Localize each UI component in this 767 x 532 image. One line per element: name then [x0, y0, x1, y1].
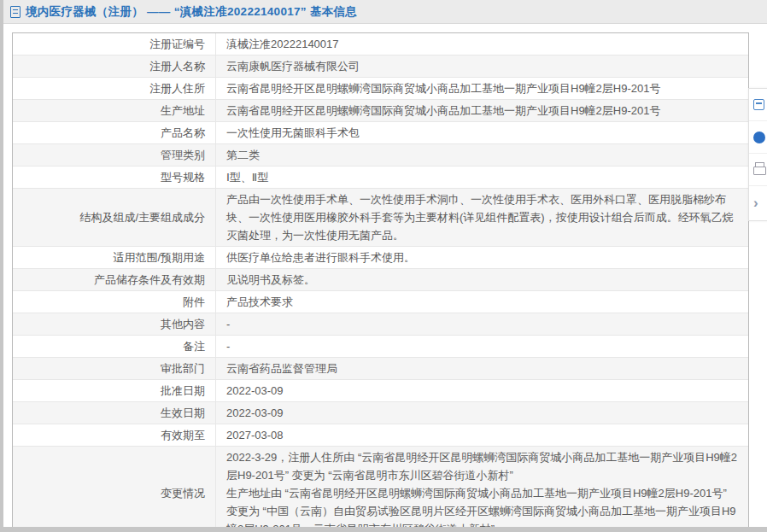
- row-label-text: 生产地址: [161, 102, 205, 120]
- row-value-text: 滇械注准20222140017: [226, 35, 738, 53]
- row-label-text: 批准日期: [161, 382, 205, 400]
- row-label: 附件: [13, 291, 216, 313]
- toolbar-slot-expand[interactable]: ›: [749, 186, 767, 220]
- row-value-text: 云南省昆明经开区昆明螺蛳湾国际商贸城小商品加工基地一期产业项目H9幢2层H9-2…: [226, 79, 738, 97]
- row-label-text: 生效日期: [161, 404, 205, 422]
- row-label: 产品储存条件及有效期: [13, 269, 216, 290]
- table-row: 其他内容-: [13, 313, 748, 336]
- table-row: 适用范围/预期用途供医疗单位给患者进行眼科手术使用。: [13, 247, 748, 269]
- table-row: 审批部门云南省药品监督管理局: [13, 358, 748, 380]
- row-value: -: [216, 313, 748, 335]
- row-label-text: 备注: [183, 337, 205, 355]
- row-value-text: -: [226, 315, 738, 333]
- row-label: 管理类别: [13, 144, 216, 166]
- table-row: 备注-: [13, 336, 748, 358]
- row-label-text: 注册证编号: [149, 35, 205, 53]
- table-row: 附件产品技术要求: [13, 291, 748, 313]
- row-value: 2022-03-09: [216, 380, 748, 401]
- row-value: 云南省昆明经开区昆明螺蛳湾国际商贸城小商品加工基地一期产业项目H9幢2层H9-2…: [216, 100, 748, 121]
- row-label: 注册证编号: [13, 33, 216, 55]
- change-record-paragraph: 2022-3-29，注册人住所由 “云南省昆明经开区昆明螺蛳湾国际商贸城小商品加…: [226, 448, 738, 484]
- row-label-text: 附件: [183, 293, 205, 311]
- page-content: 境内医疗器械（注册） —— “滇械注准20222140017” 基本信息 注册证…: [3, 0, 767, 527]
- row-value-text: -: [226, 337, 738, 355]
- row-value: 产品技术要求: [216, 291, 748, 313]
- row-value: 云南省药品监督管理局: [216, 358, 748, 379]
- row-label-text: 注册人名称: [149, 57, 205, 75]
- row-value-text: 一次性使用无菌眼科手术包: [226, 124, 738, 142]
- row-value: 供医疗单位给患者进行眼科手术使用。: [216, 247, 748, 268]
- row-value: 云南康帆医疗器械有限公司: [216, 56, 748, 77]
- row-value: 见说明书及标签。: [216, 269, 748, 290]
- toolbar-slot-print[interactable]: [749, 154, 767, 186]
- row-value: Ⅰ型、Ⅱ型: [216, 167, 748, 188]
- row-label: 适用范围/预期用途: [13, 247, 216, 268]
- row-label-text: 有效期至: [161, 426, 205, 444]
- toolbar-slot-info[interactable]: [749, 121, 767, 154]
- row-label-text: 管理类别: [161, 146, 205, 164]
- row-label-text: 变更情况: [161, 484, 205, 502]
- row-label: 变更情况: [13, 447, 216, 527]
- row-value-text: 云南康帆医疗器械有限公司: [226, 57, 738, 75]
- row-label: 注册人名称: [13, 56, 216, 77]
- table-row: 生产地址云南省昆明经开区昆明螺蛳湾国际商贸城小商品加工基地一期产业项目H9幢2层…: [13, 100, 748, 122]
- row-value-text: 产品技术要求: [226, 293, 738, 311]
- row-label-text: 产品名称: [161, 124, 205, 142]
- row-label-text: 型号规格: [161, 168, 205, 186]
- registration-info-table: 注册证编号滇械注准20222140017注册人名称云南康帆医疗器械有限公司注册人…: [12, 32, 749, 527]
- row-label: 结构及组成/主要组成成分: [13, 189, 216, 246]
- row-label-text: 其他内容: [161, 315, 205, 333]
- table-row: 型号规格Ⅰ型、Ⅱ型: [13, 167, 748, 189]
- row-label: 审批部门: [13, 358, 216, 379]
- table-row: 结构及组成/主要组成成分产品由一次性使用手术单、一次性使用手术洞巾、一次性使用手…: [13, 189, 748, 247]
- row-label: 批准日期: [13, 380, 216, 401]
- row-value-text: Ⅰ型、Ⅱ型: [226, 168, 738, 186]
- row-value: -: [216, 336, 748, 357]
- table-row: 管理类别第二类: [13, 144, 748, 167]
- row-label: 注册人住所: [13, 78, 216, 99]
- row-value-text: 供医疗单位给患者进行眼科手术使用。: [226, 248, 738, 266]
- table-row: 注册人住所云南省昆明经开区昆明螺蛳湾国际商贸城小商品加工基地一期产业项目H9幢2…: [13, 78, 748, 100]
- row-label-text: 适用范围/预期用途: [113, 248, 205, 266]
- row-value: 2027-03-08: [216, 424, 748, 446]
- row-label: 有效期至: [13, 424, 216, 446]
- page-title: 境内医疗器械（注册） —— “滇械注准20222140017” 基本信息: [26, 4, 357, 20]
- row-value: 第二类: [216, 144, 748, 166]
- row-label: 生效日期: [13, 402, 216, 424]
- row-value-text: 见说明书及标签。: [226, 271, 738, 289]
- table-row: 产品名称一次性使用无菌眼科手术包: [13, 122, 748, 144]
- row-value: 2022-3-29，注册人住所由 “云南省昆明经开区昆明螺蛳湾国际商贸城小商品加…: [216, 447, 748, 527]
- row-label: 其他内容: [13, 313, 216, 335]
- row-value-text: 云南省药品监督管理局: [226, 360, 738, 377]
- row-value: 滇械注准20222140017: [216, 33, 748, 55]
- row-value: 一次性使用无菌眼科手术包: [216, 122, 748, 143]
- row-label-text: 审批部门: [161, 360, 205, 377]
- document-icon: [10, 6, 20, 18]
- row-label: 型号规格: [13, 167, 216, 188]
- table-row: 生效日期2022-03-09: [13, 402, 748, 424]
- chevron-right-icon: ›: [753, 197, 758, 209]
- row-value: 产品由一次性使用手术单、一次性使用手术洞巾、一次性使用手术衣、医用外科口罩、医用…: [216, 189, 748, 246]
- page-header: 境内医疗器械（注册） —— “滇械注准20222140017” 基本信息: [3, 0, 767, 24]
- info-circle-icon: [753, 132, 765, 143]
- row-label: 生产地址: [13, 100, 216, 121]
- row-label-text: 结构及组成/主要组成成分: [79, 208, 205, 226]
- row-value-text: 第二类: [226, 146, 738, 164]
- row-value: 2022-03-09: [216, 402, 748, 424]
- row-value: 云南省昆明经开区昆明螺蛳湾国际商贸城小商品加工基地一期产业项目H9幢2层H9-2…: [216, 78, 748, 99]
- toolbar-slot-preview[interactable]: [749, 89, 767, 121]
- row-value-text: 2027-03-08: [226, 426, 738, 444]
- table-row: 有效期至2027-03-08: [13, 424, 748, 447]
- row-label: 备注: [13, 336, 216, 357]
- row-value-text: 2022-03-09: [226, 404, 738, 422]
- table-row: 变更情况2022-3-29，注册人住所由 “云南省昆明经开区昆明螺蛳湾国际商贸城…: [13, 447, 748, 527]
- row-value-text: 2022-03-09: [226, 382, 738, 400]
- row-label: 产品名称: [13, 122, 216, 143]
- document-preview-icon: [753, 99, 764, 110]
- table-row: 批准日期2022-03-09: [13, 380, 748, 402]
- table-row: 产品储存条件及有效期见说明书及标签。: [13, 269, 748, 291]
- table-row: 注册证编号滇械注准20222140017: [13, 33, 748, 56]
- table-row: 注册人名称云南康帆医疗器械有限公司: [13, 56, 748, 78]
- printer-icon: [753, 165, 765, 174]
- change-record-paragraph: 生产地址由 “云南省昆明经开区昆明螺蛳湾国际商贸城小商品加工基地一期产业项目H9…: [226, 484, 738, 527]
